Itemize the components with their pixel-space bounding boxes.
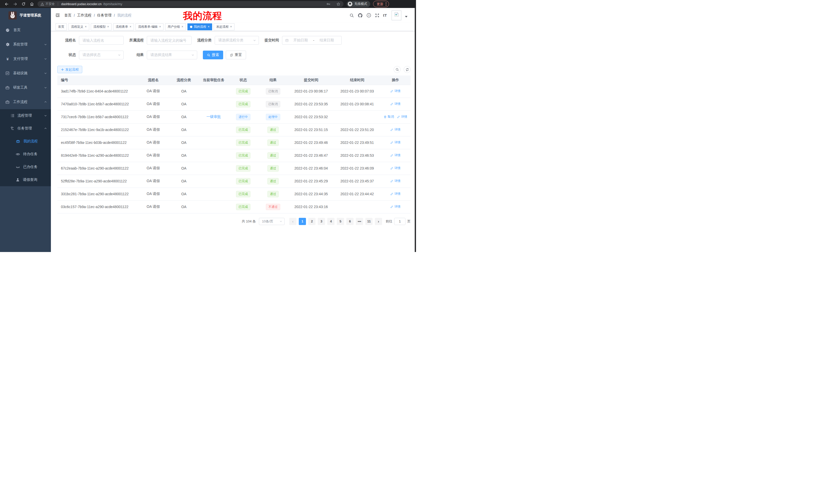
sidebar-item-home[interactable]: 首页 xyxy=(0,23,51,37)
avatar[interactable] xyxy=(392,10,401,20)
url-host[interactable]: dashboard.yudao.iocoder.cn xyxy=(61,2,102,6)
page-size-select[interactable]: 10条/页 xyxy=(259,218,285,225)
breadcrumb-item[interactable]: 工作流程 xyxy=(77,13,92,18)
process-name-input[interactable] xyxy=(79,36,124,45)
toggle-search-button[interactable] xyxy=(394,66,400,73)
update-button[interactable]: 更新 xyxy=(373,1,389,7)
sidebar-item-infra[interactable]: 基础设施 xyxy=(0,66,51,80)
sidebar-item-todo-tasks[interactable]: 待办任务 xyxy=(0,148,51,161)
close-icon[interactable]: × xyxy=(230,25,232,28)
breadcrumb-item[interactable]: 首页 xyxy=(64,13,72,18)
table-row: 3ad174fb-7b9d-11ec-8404-acde48001122 OA … xyxy=(57,85,411,97)
tab-process-form[interactable]: 流程表单× xyxy=(113,23,134,30)
sidebar-fold-icon[interactable] xyxy=(55,13,60,18)
category-select[interactable]: 请选择流程分类 xyxy=(215,36,259,45)
detail-link[interactable]: 详情 xyxy=(390,204,400,209)
close-icon[interactable]: × xyxy=(182,25,183,28)
fullscreen-icon[interactable] xyxy=(375,13,380,18)
bookmark-star-icon[interactable] xyxy=(336,2,340,6)
detail-link[interactable]: 详情 xyxy=(397,115,407,119)
table-row: 7317cec6-7b9b-11ec-b5b7-acde48001122 OA … xyxy=(57,110,411,123)
cancel-link[interactable]: 取消 xyxy=(384,115,394,119)
status-badge: 已完成 xyxy=(236,165,251,172)
search-icon[interactable] xyxy=(349,13,354,18)
page-button[interactable]: 5 xyxy=(337,218,344,225)
scrollbar[interactable] xyxy=(415,8,416,252)
submit-time-range-picker[interactable]: 开始日期 - 结束日期 xyxy=(282,36,342,45)
detail-link[interactable]: 详情 xyxy=(390,192,400,196)
refresh-icon xyxy=(230,53,233,57)
active-dot xyxy=(190,26,192,28)
detail-link[interactable]: 详情 xyxy=(390,179,400,183)
tab-user-group[interactable]: 用户分组× xyxy=(165,23,186,30)
security-label[interactable]: 不安全 xyxy=(46,2,55,6)
reset-button[interactable]: 重置 xyxy=(226,51,246,59)
tab-process-form-edit[interactable]: 流程表单-编辑× xyxy=(135,23,163,30)
close-icon[interactable]: × xyxy=(208,25,210,28)
url-path[interactable]: /bpm/task/my xyxy=(103,2,122,6)
browser-forward-icon[interactable] xyxy=(13,2,17,6)
close-icon[interactable]: × xyxy=(107,25,109,28)
detail-link[interactable]: 详情 xyxy=(390,102,400,106)
sidebar-item-process-mgmt[interactable]: 流程管理 xyxy=(0,109,51,122)
refresh-table-button[interactable] xyxy=(404,66,411,73)
page-button[interactable]: 1 xyxy=(299,218,306,225)
tab-process-definition[interactable]: 流程定义× xyxy=(69,23,89,30)
browser-menu-icon[interactable] xyxy=(386,2,386,6)
github-icon[interactable] xyxy=(358,13,363,18)
next-page-button[interactable]: › xyxy=(375,218,382,225)
page-size-value: 10条/页 xyxy=(262,219,273,224)
detail-link[interactable]: 详情 xyxy=(390,140,400,145)
sidebar-item-devtools[interactable]: 研发工具 xyxy=(0,80,51,95)
start-process-button[interactable]: 发起流程 xyxy=(57,66,82,73)
page-button[interactable]: 2 xyxy=(308,218,315,225)
sidebar-item-done-tasks[interactable]: 已办任务 xyxy=(0,161,51,173)
col-header-category: 流程分类 xyxy=(169,76,199,85)
sidebar-item-system[interactable]: 系统管理 xyxy=(0,37,51,52)
sidebar-item-leave-query[interactable]: 请假查询 xyxy=(0,173,51,186)
page-button[interactable]: 4 xyxy=(327,218,335,225)
col-header-actions: 操作 xyxy=(380,76,411,85)
sidebar-item-payment[interactable]: ¥ 支付管理 xyxy=(0,52,51,66)
more-pages-button[interactable]: ••• xyxy=(356,218,363,225)
sidebar-item-workflow[interactable]: 工作流程 xyxy=(0,95,51,109)
goto-page-input[interactable] xyxy=(394,218,406,225)
divider xyxy=(58,2,58,6)
browser-reload-icon[interactable] xyxy=(22,2,25,6)
process-def-input[interactable] xyxy=(147,36,191,45)
close-icon[interactable]: × xyxy=(159,25,161,28)
detail-link[interactable]: 详情 xyxy=(390,153,400,158)
close-icon[interactable]: × xyxy=(85,25,87,28)
address-bar[interactable]: 不安全 dashboard.yudao.iocoder.cn/bpm/task/… xyxy=(37,1,343,7)
sidebar-item-my-process[interactable]: 我的流程 xyxy=(0,135,51,148)
tab-home[interactable]: 首页 xyxy=(55,23,67,30)
breadcrumb-item[interactable]: 任务管理 xyxy=(97,13,111,18)
sidebar-item-task-mgmt[interactable]: 任务管理 xyxy=(0,122,51,135)
detail-link[interactable]: 详情 xyxy=(390,128,400,132)
task-link[interactable]: 一级审批 xyxy=(206,115,221,119)
result-badge: 通过 xyxy=(267,178,279,185)
tab-my-process[interactable]: 我的流程× xyxy=(187,23,212,30)
result-select[interactable]: 请选择流结果 xyxy=(147,51,197,59)
page-button[interactable]: 6 xyxy=(346,218,354,225)
close-icon[interactable]: × xyxy=(130,25,131,28)
key-icon[interactable] xyxy=(326,2,331,6)
status-select[interactable]: 请选择状态 xyxy=(79,51,124,59)
browser-home-icon[interactable] xyxy=(30,2,34,6)
help-icon[interactable]: ? xyxy=(366,13,371,18)
app-logo[interactable]: 芋道管理系统 xyxy=(0,8,51,23)
search-button[interactable]: 搜索 xyxy=(203,51,223,59)
browser-back-icon[interactable] xyxy=(5,2,9,6)
prev-page-button[interactable]: ‹ xyxy=(289,218,296,225)
page-button[interactable]: 3 xyxy=(318,218,325,225)
detail-link[interactable]: 详情 xyxy=(390,166,400,170)
font-size-icon[interactable]: tT xyxy=(383,13,387,18)
detail-link[interactable]: 详情 xyxy=(390,89,400,93)
tab-label: 首页 xyxy=(58,25,64,29)
tab-process-model[interactable]: 流程模型× xyxy=(91,23,111,30)
goto-unit: 页 xyxy=(407,219,411,224)
tab-start-process[interactable]: 发起流程× xyxy=(214,23,234,30)
chevron-down-icon[interactable] xyxy=(405,16,408,19)
page-button[interactable]: 11 xyxy=(365,218,372,225)
filter-row-1: 流程名 所属流程 流程分类 请选择流程分类 提交时间 开始日期 - 结束日期 xyxy=(57,36,415,45)
